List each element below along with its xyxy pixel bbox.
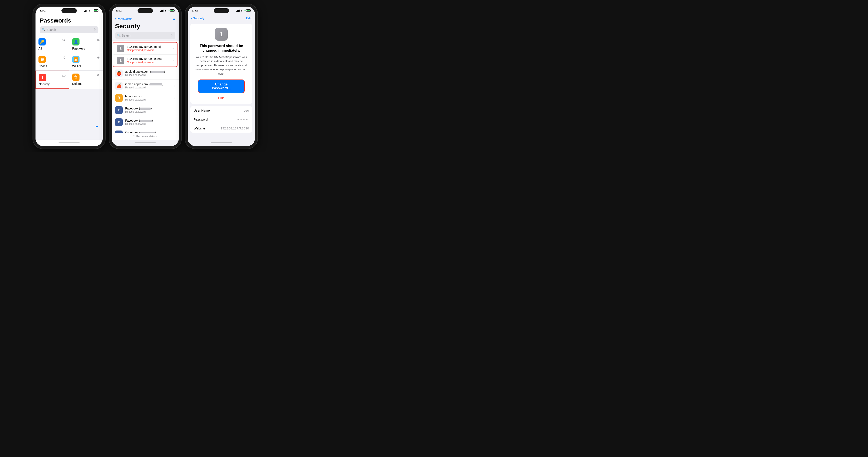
avatar-8: F — [115, 130, 123, 133]
bottom-bar-2 — [112, 140, 179, 146]
phone-3-screen: 13:02 ▲ 85 ‹ — [188, 7, 255, 146]
avatar-6: F — [115, 106, 123, 114]
bottom-bar-3 — [188, 140, 255, 146]
search-bar-1[interactable]: 🔍 Search 🎙 — [40, 26, 98, 33]
password-value: •••••••• — [237, 118, 249, 121]
chevron-codes: › — [66, 56, 66, 59]
back-to-passwords-button[interactable]: ‹ Passwords — [115, 17, 132, 21]
search-placeholder-2: Search — [122, 34, 169, 37]
add-password-button[interactable]: + — [95, 123, 98, 129]
detail-content: 1 This password should be changed immedi… — [188, 22, 255, 140]
category-security[interactable]: ! Security 41 › — [35, 70, 69, 89]
category-passkeys[interactable]: 👤 Passkeys 0 › — [69, 35, 103, 53]
notch-3 — [214, 8, 229, 13]
back-label-3: Security — [193, 17, 204, 20]
chevron-entry-8: › — [175, 133, 175, 133]
entry-status-4: Reused password — [125, 86, 175, 89]
passwords-header: Passwords 🔍 Search 🎙 — [35, 15, 103, 35]
search-icon-2: 🔍 — [117, 34, 121, 37]
security-search-bar[interactable]: 🔍 Search 🎙 — [115, 32, 175, 39]
passwords-title: Passwords — [40, 17, 98, 24]
info-row-password[interactable]: Password •••••••• — [190, 115, 252, 124]
passwords-screen: Passwords 🔍 Search 🎙 🔑 All 54 › — [35, 15, 103, 140]
detail-nav-bar: ‹ Security Edit — [188, 15, 255, 22]
entry-7[interactable]: F Facebook () Reused password › — [112, 116, 179, 128]
battery-2: 85 — [167, 9, 175, 12]
entry-status-5: Reused password — [125, 98, 175, 101]
wlan-count: 6 › — [97, 56, 100, 59]
warning-description: Your "192.168.187.5:8090" password was d… — [194, 55, 249, 76]
entry-status-2: Compromised password — [127, 61, 173, 64]
warning-title: This password should be changed immediat… — [194, 43, 249, 53]
categories-grid: 🔑 All 54 › 👤 Passkeys 0 › — [35, 35, 103, 89]
phone-1-screen: 12:41 ▲ 71 Passwords — [35, 7, 103, 146]
entry-info-2: 192.168.187.5:8090 (Ceo) Compromised pas… — [127, 57, 173, 64]
bottom-bar-1 — [35, 140, 103, 146]
chevron-entry-1: › — [173, 47, 174, 50]
entry-3[interactable]: 🍎 appleid.apple.com () Reused password › — [112, 67, 179, 80]
codes-count: 0 › — [64, 56, 66, 59]
mic-icon-2[interactable]: 🎙 — [170, 34, 173, 37]
warning-badge: 1 — [215, 28, 228, 40]
category-deleted[interactable]: 🗑 Deleted 0 › — [69, 70, 103, 89]
entry-info-8: Facebook () Reused password — [125, 131, 175, 133]
codes-label: Codes — [38, 64, 66, 68]
filter-icon[interactable]: ≡ — [173, 17, 175, 21]
home-indicator-1 — [58, 143, 80, 143]
passkeys-count: 0 › — [97, 38, 100, 42]
search-placeholder-1: Search — [46, 28, 92, 31]
category-codes[interactable]: ⊕ Codes 0 › — [35, 53, 69, 70]
username-value: ceo — [244, 109, 249, 112]
codes-icon: ⊕ — [38, 56, 46, 63]
avatar-1: 1 — [117, 44, 124, 52]
info-row-username[interactable]: User Name ceo — [190, 106, 252, 115]
category-all[interactable]: 🔑 All 54 › — [35, 35, 69, 53]
username-label: User Name — [194, 109, 244, 112]
status-bar-1: 12:41 ▲ 71 — [35, 7, 103, 15]
entry-status-3: Reused password — [125, 73, 175, 77]
chevron-entry-3: › — [175, 72, 175, 75]
password-label: Password — [194, 118, 237, 121]
entry-6[interactable]: F Facebook () Reused password › — [112, 104, 179, 116]
chevron-deleted: › — [99, 74, 100, 77]
back-to-security-button[interactable]: ‹ Security — [191, 17, 205, 20]
entry-name-6: Facebook () — [125, 107, 175, 110]
entry-group-compromised: 1 192.168.187.5:8090 (ceo) Compromised p… — [113, 42, 178, 67]
battery-3: 85 — [244, 9, 251, 12]
entry-2[interactable]: 1 192.168.187.5:8090 (Ceo) Compromised p… — [113, 55, 177, 66]
avatar-5: B — [115, 94, 123, 102]
hide-link[interactable]: Hide — [218, 96, 225, 100]
wifi-icon-3: ▲ — [241, 9, 243, 12]
recommendations-footer: 41 Recommendations — [112, 133, 179, 140]
wifi-icon-2: ▲ — [164, 9, 167, 12]
deleted-label: Deleted — [72, 82, 100, 86]
chevron-entry-5: › — [175, 96, 175, 99]
entry-8[interactable]: F Facebook () Reused password › — [112, 128, 179, 133]
wlan-icon: 📶 — [72, 56, 80, 63]
all-icon: 🔑 — [38, 38, 46, 45]
chevron-entry-4: › — [175, 84, 175, 87]
redacted-3 — [151, 71, 164, 73]
status-time-3: 13:02 — [192, 9, 198, 12]
category-wlan[interactable]: 📶 WLAN 6 › — [69, 53, 103, 70]
entry-name-4: idmsa.apple.com () — [125, 83, 175, 86]
status-right-1: ▲ 71 — [84, 9, 98, 12]
edit-button[interactable]: Edit — [246, 17, 251, 20]
security-count: 41 › — [61, 74, 66, 78]
entry-info-5: binance.com Reused password — [125, 95, 175, 101]
status-time-1: 12:41 — [40, 9, 45, 12]
passkeys-label: Passkeys — [72, 47, 100, 50]
phone-2: 13:02 ▲ 85 ‹ — [109, 4, 181, 149]
change-password-button[interactable]: Change Password... — [198, 80, 245, 93]
security-screen-title: Security — [112, 23, 179, 32]
entry-1[interactable]: 1 192.168.187.5:8090 (ceo) Compromised p… — [113, 42, 177, 55]
redacted-6 — [140, 108, 151, 110]
search-icon-1: 🔍 — [42, 28, 45, 31]
security-nav-bar: ‹ Passwords ≡ — [112, 15, 179, 23]
entry-4[interactable]: 🍎 idmsa.apple.com () Reused password › — [112, 80, 179, 92]
info-row-website[interactable]: Website 192.168.187.5:8090 — [190, 124, 252, 133]
phone-2-screen: 13:02 ▲ 85 ‹ — [112, 7, 179, 146]
mic-icon-1[interactable]: 🎙 — [94, 28, 96, 31]
phone-3: 13:02 ▲ 85 ‹ — [185, 4, 257, 149]
entry-5[interactable]: B binance.com Reused password › — [112, 92, 179, 104]
